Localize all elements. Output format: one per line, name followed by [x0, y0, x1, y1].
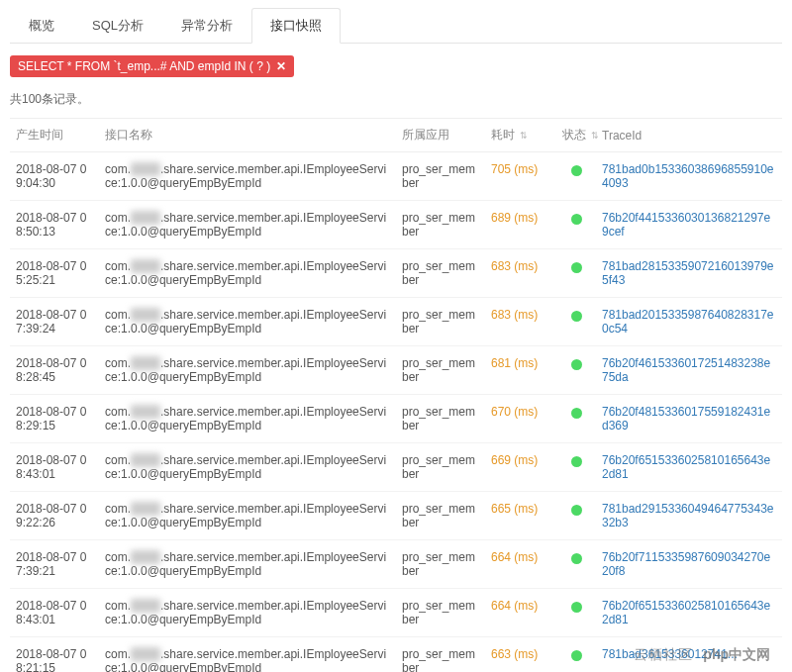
interface-prefix: com. [105, 599, 131, 613]
col-header-status[interactable]: 状态 ⇅ [556, 119, 596, 152]
filter-chip-text: SELECT * FROM `t_emp...# AND empId IN ( … [18, 59, 270, 73]
cell-trace: 76b20f7115335987609034270e20f8 [596, 540, 782, 589]
trace-link[interactable]: 781bad3615336012741... [602, 647, 738, 661]
trace-link[interactable]: 76b20f6515336025810165643e2d81 [602, 599, 770, 626]
interface-masked: xxxxx [131, 162, 160, 176]
status-dot-icon [571, 214, 582, 225]
interface-masked: xxxxx [131, 308, 160, 322]
cell-duration: 683 (ms) [485, 298, 556, 346]
cell-interface-name: com.xxxxx.share.service.member.api.IEmpl… [99, 395, 396, 443]
cell-status [556, 298, 596, 346]
cell-trace: 76b20f4815336017559182431ed369 [596, 395, 782, 443]
table-row: 2018-08-07 07:39:24com.xxxxx.share.servi… [10, 298, 782, 346]
interface-masked: xxxxx [131, 211, 160, 225]
cell-status [556, 201, 596, 249]
cell-time: 2018-08-07 09:22:26 [10, 492, 99, 540]
records-count: 共100条记录。 [10, 91, 782, 108]
table-header-row: 产生时间 接口名称 所属应用 耗时 ⇅ 状态 ⇅ TraceId [10, 119, 782, 152]
trace-link[interactable]: 76b20f4615336017251483238e75da [602, 356, 770, 384]
col-header-status-label: 状态 [562, 128, 586, 142]
cell-app: pro_ser_member [396, 637, 485, 673]
cell-app: pro_ser_member [396, 443, 485, 492]
cell-interface-name: com.xxxxx.share.service.member.api.IEmpl… [99, 249, 396, 298]
interface-masked: xxxxx [131, 502, 160, 516]
status-dot-icon [571, 311, 582, 322]
col-header-name[interactable]: 接口名称 [99, 119, 396, 152]
cell-trace: 781bad0b15336038696855910e4093 [596, 152, 782, 201]
tab-overview[interactable]: 概览 [10, 8, 73, 43]
cell-status [556, 443, 596, 492]
cell-app: pro_ser_member [396, 152, 485, 201]
interface-masked: xxxxx [131, 550, 160, 564]
interface-prefix: com. [105, 550, 131, 564]
sort-icon[interactable]: ⇅ [520, 131, 528, 141]
trace-link[interactable]: 781bad2815335907216013979e5f43 [602, 259, 774, 287]
tab-sql[interactable]: SQL分析 [73, 8, 162, 43]
trace-link[interactable]: 781bad2915336049464775343e32b3 [602, 502, 774, 529]
cell-time: 2018-08-07 07:39:21 [10, 540, 99, 589]
cell-trace: 76b20f4415336030136821297e9cef [596, 201, 782, 249]
cell-app: pro_ser_member [396, 589, 485, 637]
cell-app: pro_ser_member [396, 492, 485, 540]
status-dot-icon [571, 553, 582, 564]
status-dot-icon [571, 505, 582, 516]
trace-link[interactable]: 76b20f4415336030136821297e9cef [602, 211, 770, 239]
cell-time: 2018-08-07 08:43:01 [10, 443, 99, 492]
cell-duration: 705 (ms) [485, 152, 556, 201]
interface-prefix: com. [105, 259, 131, 273]
cell-app: pro_ser_member [396, 298, 485, 346]
status-dot-icon [571, 650, 582, 661]
cell-time: 2018-08-07 08:29:15 [10, 395, 99, 443]
col-header-app[interactable]: 所属应用 [396, 119, 485, 152]
col-header-trace[interactable]: TraceId [596, 119, 782, 152]
cell-trace: 781bad2015335987640828317e0c54 [596, 298, 782, 346]
cell-trace: 76b20f6515336025810165643e2d81 [596, 589, 782, 637]
cell-duration: 689 (ms) [485, 201, 556, 249]
interface-masked: xxxxx [131, 356, 160, 370]
filter-chip[interactable]: SELECT * FROM `t_emp...# AND empId IN ( … [10, 55, 294, 77]
interface-prefix: com. [105, 647, 131, 661]
interface-masked: xxxxx [131, 405, 160, 419]
close-icon[interactable]: ✕ [276, 59, 286, 73]
cell-time: 2018-08-07 09:04:30 [10, 152, 99, 201]
table-row: 2018-08-07 08:28:45com.xxxxx.share.servi… [10, 346, 782, 395]
cell-interface-name: com.xxxxx.share.service.member.api.IEmpl… [99, 492, 396, 540]
table-row: 2018-08-07 08:50:13com.xxxxx.share.servi… [10, 201, 782, 249]
cell-app: pro_ser_member [396, 395, 485, 443]
cell-trace: 781bad2915336049464775343e32b3 [596, 492, 782, 540]
table-row: 2018-08-07 08:29:15com.xxxxx.share.servi… [10, 395, 782, 443]
cell-time: 2018-08-07 05:25:21 [10, 249, 99, 298]
col-header-duration[interactable]: 耗时 ⇅ [485, 119, 556, 152]
cell-interface-name: com.xxxxx.share.service.member.api.IEmpl… [99, 201, 396, 249]
tab-exception[interactable]: 异常分析 [162, 8, 251, 43]
cell-interface-name: com.xxxxx.share.service.member.api.IEmpl… [99, 540, 396, 589]
cell-interface-name: com.xxxxx.share.service.member.api.IEmpl… [99, 443, 396, 492]
cell-time: 2018-08-07 07:39:24 [10, 298, 99, 346]
table-row: 2018-08-07 08:21:15com.xxxxx.share.servi… [10, 637, 782, 673]
cell-trace: 781bad2815335907216013979e5f43 [596, 249, 782, 298]
trace-link[interactable]: 781bad0b15336038696855910e4093 [602, 162, 774, 190]
col-header-time[interactable]: 产生时间 [10, 119, 99, 152]
status-dot-icon [571, 408, 582, 419]
interface-masked: xxxxx [131, 259, 160, 273]
cell-duration: 663 (ms) [485, 637, 556, 673]
cell-duration: 664 (ms) [485, 589, 556, 637]
cell-time: 2018-08-07 08:43:01 [10, 589, 99, 637]
sort-icon[interactable]: ⇅ [591, 131, 599, 141]
interface-prefix: com. [105, 308, 131, 322]
cell-status [556, 589, 596, 637]
interface-masked: xxxxx [131, 599, 160, 613]
trace-link[interactable]: 76b20f6515336025810165643e2d81 [602, 453, 770, 481]
interface-prefix: com. [105, 162, 131, 176]
trace-link[interactable]: 76b20f4815336017559182431ed369 [602, 405, 770, 432]
trace-link[interactable]: 76b20f7115335987609034270e20f8 [602, 550, 770, 578]
table-row: 2018-08-07 08:43:01com.xxxxx.share.servi… [10, 443, 782, 492]
cell-interface-name: com.xxxxx.share.service.member.api.IEmpl… [99, 589, 396, 637]
table-row: 2018-08-07 07:39:21com.xxxxx.share.servi… [10, 540, 782, 589]
trace-link[interactable]: 781bad2015335987640828317e0c54 [602, 308, 774, 336]
cell-time: 2018-08-07 08:21:15 [10, 637, 99, 673]
cell-status [556, 540, 596, 589]
cell-status [556, 395, 596, 443]
tab-snapshot[interactable]: 接口快照 [251, 8, 341, 44]
cell-interface-name: com.xxxxx.share.service.member.api.IEmpl… [99, 637, 396, 673]
